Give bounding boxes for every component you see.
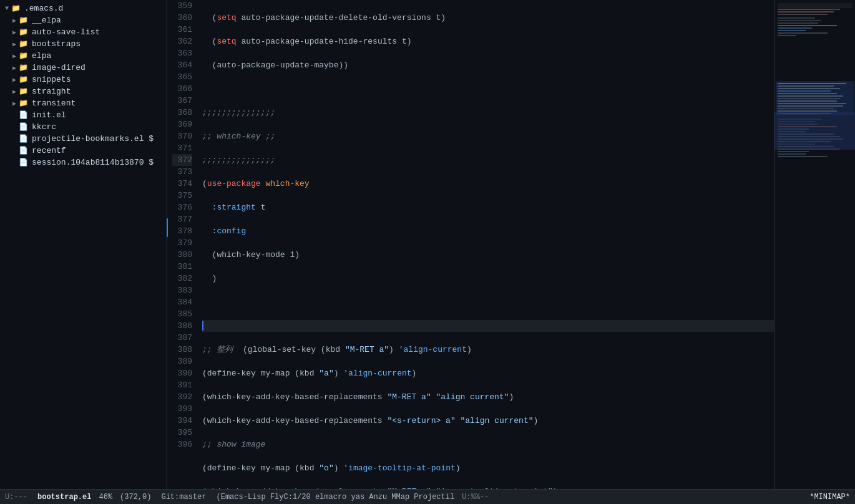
expand-arrow: ▶ (12, 52, 16, 60)
status-modes: (Emacs-Lisp FlyC:1/20 elmacro yas Anzu M… (216, 493, 454, 502)
svg-rect-41 (778, 153, 806, 155)
folder-icon: 📁 (19, 75, 28, 84)
svg-rect-0 (774, 0, 855, 474)
svg-rect-6 (778, 20, 821, 21)
sidebar-item-label: snippets (32, 75, 71, 84)
sidebar-item-straight[interactable]: ▶ 📁 straight (0, 85, 167, 97)
svg-rect-2 (778, 9, 840, 10)
file-icon: 📄 (19, 110, 28, 120)
svg-rect-22 (778, 103, 846, 104)
sidebar-item-auto-save[interactable]: ▶ 📁 auto-save-list (0, 26, 167, 38)
svg-rect-21 (778, 100, 837, 102)
svg-rect-16 (778, 88, 840, 89)
sidebar-item-label: straight (32, 87, 71, 96)
svg-rect-1 (778, 3, 853, 8)
sidebar-item-elpa2[interactable]: ▶ 📁 elpa (0, 50, 167, 62)
sidebar-item-label: bootstraps (32, 39, 81, 49)
sidebar-item-label: image-dired (32, 63, 86, 72)
expand-arrow: ▶ (12, 76, 16, 84)
file-icon: 📄 (19, 134, 28, 143)
main-area: ▼ 📁 .emacs.d ▶ 📁 __elpa ▶ 📁 auto-save-li… (0, 0, 855, 489)
folder-icon: 📁 (19, 99, 28, 108)
svg-rect-5 (778, 17, 815, 19)
svg-rect-24 (778, 108, 834, 109)
file-tree-sidebar: ▼ 📁 .emacs.d ▶ 📁 __elpa ▶ 📁 auto-save-li… (0, 0, 167, 489)
svg-rect-10 (778, 30, 806, 31)
minimap-svg (774, 0, 855, 474)
sidebar-item-label: recentf (32, 146, 66, 155)
expand-arrow: ▶ (12, 100, 16, 107)
status-position: (372,0) (120, 493, 151, 502)
code-display[interactable]: (setq auto-package-update-delete-old-ver… (197, 0, 774, 489)
sidebar-item-kkcrc[interactable]: ▶ 📄 kkcrc (0, 121, 167, 133)
svg-rect-42 (778, 156, 828, 157)
minimap-viewport (774, 112, 855, 150)
sidebar-item-label: projectile-bookmarks.el $ (32, 134, 154, 143)
status-percent: 46% (99, 493, 112, 502)
status-minimap-label: *MINIMAP* (809, 493, 850, 502)
status-right: *MINIMAP* (809, 493, 850, 502)
folder-icon: 📁 (11, 4, 21, 13)
sidebar-item-image-dired[interactable]: ▶ 📁 image-dired (0, 62, 167, 74)
sidebar-item-label: transient (32, 99, 76, 108)
svg-rect-12 (778, 35, 796, 36)
svg-rect-7 (778, 22, 818, 24)
svg-rect-20 (778, 98, 840, 99)
svg-rect-15 (778, 85, 834, 87)
svg-rect-14 (778, 83, 846, 84)
status-filename: bootstrap.el (37, 493, 91, 502)
file-icon: 📄 (19, 158, 28, 167)
sidebar-item-label: elpa (32, 51, 51, 61)
sidebar-item-bootstraps[interactable]: ▶ 📁 bootstraps (0, 38, 167, 50)
svg-rect-23 (778, 105, 843, 107)
status-bar: U:--- bootstrap.el 46% (372,0) Git:maste… (0, 489, 855, 504)
folder-icon: 📁 (19, 27, 28, 37)
sidebar-item-label: .emacs.d (24, 4, 63, 13)
expand-arrow: ▶ (12, 29, 16, 36)
code-content[interactable]: 359360361362 363364365366 367368369370 3… (167, 0, 774, 489)
resize-handle[interactable] (167, 218, 167, 237)
sidebar-item-label: auto-save-list (32, 27, 100, 37)
svg-rect-19 (778, 95, 843, 97)
sidebar-item-recentf[interactable]: ▶ 📄 recentf (0, 145, 167, 157)
status-left: U:--- bootstrap.el 46% (372,0) Git:maste… (5, 493, 489, 502)
status-git: Git:master (161, 493, 206, 502)
svg-rect-9 (778, 27, 812, 29)
sidebar-item-projectile[interactable]: ▶ 📄 projectile-bookmarks.el $ (0, 133, 167, 145)
sidebar-item-label: __elpa (32, 16, 61, 25)
svg-rect-17 (778, 90, 831, 92)
status-encoding: U:--- (5, 493, 27, 502)
code-editor: 359360361362 363364365366 367368369370 3… (167, 0, 774, 489)
expand-arrow: ▶ (12, 41, 16, 48)
svg-rect-11 (778, 32, 828, 34)
svg-rect-4 (778, 14, 828, 15)
sidebar-item-label: kkcrc (32, 122, 56, 132)
expand-arrow: ▼ (5, 5, 9, 12)
expand-arrow: ▶ (12, 88, 16, 95)
sidebar-item-elpa[interactable]: ▶ 📁 __elpa (0, 14, 167, 26)
status-encoding2: U:%%-- (462, 493, 489, 502)
expand-arrow: ▶ (12, 17, 16, 24)
sidebar-item-label: session.104ab8114b13870 $ (32, 158, 154, 167)
folder-icon: 📁 (19, 87, 28, 96)
folder-icon: 📁 (19, 16, 28, 25)
sidebar-item-emacs-d[interactable]: ▼ 📁 .emacs.d (0, 2, 167, 14)
svg-rect-25 (778, 110, 837, 112)
line-numbers: 359360361362 363364365366 367368369370 3… (167, 0, 197, 489)
file-icon: 📄 (19, 122, 28, 132)
sidebar-item-init-el[interactable]: ▶ 📄 init.el (0, 109, 167, 121)
sidebar-item-session[interactable]: ▶ 📄 session.104ab8114b13870 $ (0, 157, 167, 168)
svg-rect-8 (778, 25, 837, 26)
file-icon: 📄 (19, 146, 28, 155)
expand-arrow: ▶ (12, 64, 16, 72)
folder-icon: 📁 (19, 39, 28, 49)
svg-rect-18 (778, 93, 837, 94)
svg-rect-40 (778, 151, 809, 152)
sidebar-item-snippets[interactable]: ▶ 📁 snippets (0, 74, 167, 85)
folder-icon: 📁 (19, 51, 28, 61)
sidebar-item-transient[interactable]: ▶ 📁 transient (0, 97, 167, 109)
svg-rect-3 (778, 11, 834, 12)
minimap-panel (774, 0, 855, 489)
folder-icon: 📁 (19, 63, 28, 72)
sidebar-item-label: init.el (32, 110, 66, 120)
